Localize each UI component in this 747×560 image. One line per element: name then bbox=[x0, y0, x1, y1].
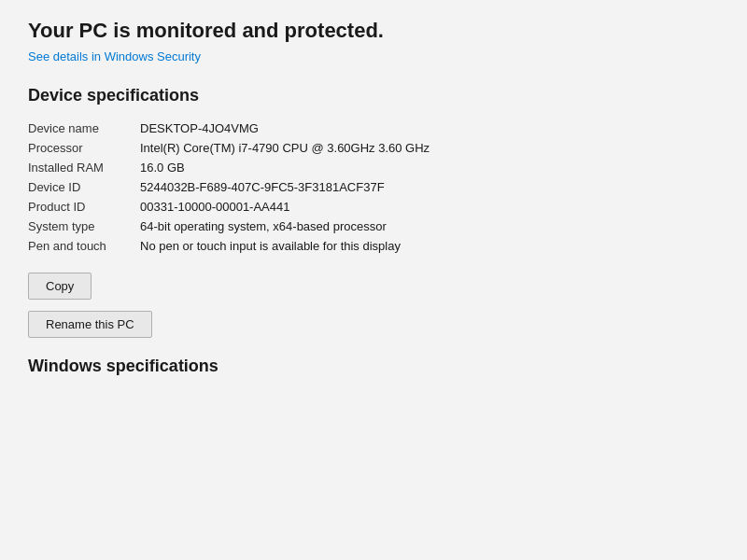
table-row: Pen and touchNo pen or touch input is av… bbox=[28, 236, 719, 256]
table-row: Product ID00331-10000-00001-AA441 bbox=[28, 197, 719, 217]
spec-label: Pen and touch bbox=[28, 236, 140, 256]
table-row: Device nameDESKTOP-4JO4VMG bbox=[28, 119, 719, 138]
spec-label: System type bbox=[28, 217, 140, 236]
page-container: Your PC is monitored and protected. See … bbox=[0, 0, 747, 560]
table-row: Device ID5244032B-F689-407C-9FC5-3F3181A… bbox=[28, 177, 719, 197]
table-row: Installed RAM16.0 GB bbox=[28, 158, 719, 177]
spec-value: 5244032B-F689-407C-9FC5-3F3181ACF37F bbox=[140, 177, 719, 197]
table-row: ProcessorIntel(R) Core(TM) i7-4790 CPU @… bbox=[28, 138, 719, 158]
spec-value: Intel(R) Core(TM) i7-4790 CPU @ 3.60GHz … bbox=[140, 138, 719, 158]
windows-specifications-title: Windows specifications bbox=[28, 357, 719, 376]
spec-label: Device name bbox=[28, 119, 140, 138]
specs-table: Device nameDESKTOP-4JO4VMGProcessorIntel… bbox=[28, 119, 719, 256]
spec-value: DESKTOP-4JO4VMG bbox=[140, 119, 719, 138]
spec-label: Installed RAM bbox=[28, 158, 140, 177]
protected-text: Your PC is monitored and protected. bbox=[28, 19, 719, 43]
rename-button-row: Rename this PC bbox=[28, 311, 719, 338]
spec-value: 00331-10000-00001-AA441 bbox=[140, 197, 719, 217]
copy-button[interactable]: Copy bbox=[28, 273, 92, 300]
table-row: System type64-bit operating system, x64-… bbox=[28, 217, 719, 236]
spec-label: Product ID bbox=[28, 197, 140, 217]
copy-button-row: Copy bbox=[28, 273, 719, 300]
spec-value: 16.0 GB bbox=[140, 158, 719, 177]
device-specifications-title: Device specifications bbox=[28, 86, 719, 105]
rename-pc-button[interactable]: Rename this PC bbox=[28, 311, 152, 338]
spec-value: 64-bit operating system, x64-based proce… bbox=[140, 217, 719, 236]
spec-label: Device ID bbox=[28, 177, 140, 197]
spec-label: Processor bbox=[28, 138, 140, 158]
security-link[interactable]: See details in Windows Security bbox=[28, 49, 201, 63]
spec-value: No pen or touch input is available for t… bbox=[140, 236, 719, 256]
